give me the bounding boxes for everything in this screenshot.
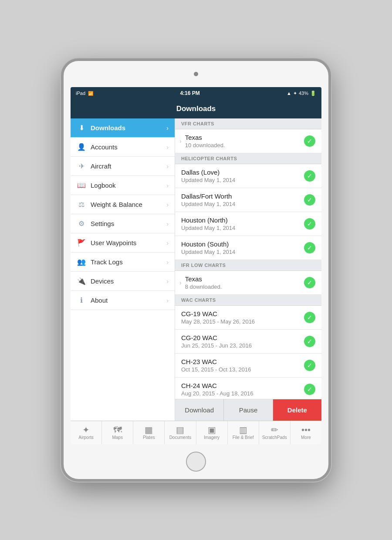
tab-item-more[interactable]: ••• More [291, 421, 321, 444]
list-item-subtitle: 8 downloaded. [185, 284, 304, 290]
check-icon: ✓ [304, 360, 315, 371]
action-bar: Download Pause Delete [175, 399, 321, 421]
list-item-content: Texas 10 downloaded. [185, 134, 304, 148]
list-item-content: CH-23 WAC Oct 15, 2015 - Oct 13, 2016 [181, 358, 304, 373]
tab-icon-plates: ▦ [145, 425, 153, 434]
sidebar-label-weight-balance: Weight & Balance [91, 201, 166, 208]
list-item[interactable]: › Texas 10 downloaded. ✓ [175, 129, 321, 153]
list-item-content: CG-20 WAC Jun 25, 2015 - Jun 23, 2016 [181, 334, 304, 349]
list-item[interactable]: CH-23 WAC Oct 15, 2015 - Oct 13, 2016 ✓ [175, 354, 321, 378]
chevron-icon: › [166, 201, 169, 208]
tab-icon-maps: 🗺 [113, 425, 122, 434]
sidebar-item-downloads[interactable]: ⬇ Downloads › [71, 118, 175, 138]
delete-button[interactable]: Delete [273, 399, 321, 421]
list-item-subtitle: 10 downloaded. [185, 142, 304, 148]
list-item[interactable]: Dallas/Fort Worth Updated May 1, 2014 ✓ [175, 188, 321, 212]
expand-chevron-icon: › [179, 279, 182, 286]
bluetooth-icon: ✦ [293, 91, 297, 96]
list-item-title: Texas [185, 275, 304, 283]
status-time: 4:16 PM [180, 90, 199, 96]
list-item[interactable]: Houston (South) Updated May 1, 2014 ✓ [175, 236, 321, 260]
tab-label-maps: Maps [112, 435, 122, 440]
sidebar-label-logbook: Logbook [91, 182, 166, 189]
check-icon: ✓ [304, 312, 315, 323]
section-header: IFR LOW CHARTS [175, 260, 321, 271]
sidebar-icon-downloads: ⬇ [77, 124, 86, 132]
list-item-title: Dallas (Love) [181, 169, 304, 176]
tab-icon-more: ••• [301, 425, 311, 434]
nav-bar: Downloads [71, 99, 321, 118]
tab-item-imagery[interactable]: ▣ Imagery [196, 421, 228, 444]
list-item-title: Houston (South) [181, 240, 304, 248]
tab-label-documents: Documents [169, 435, 192, 440]
sidebar-icon-weight-balance: ⚖ [77, 200, 86, 209]
list-item-title: CG-19 WAC [181, 310, 304, 317]
tab-icon-file-brief: ▥ [239, 425, 247, 434]
tab-item-maps[interactable]: 🗺 Maps [102, 421, 133, 444]
list-item-content: Houston (South) Updated May 1, 2014 [181, 240, 304, 255]
tab-icon-documents: ▤ [176, 425, 184, 434]
list-item[interactable]: Houston (North) Updated May 1, 2014 ✓ [175, 212, 321, 236]
tab-item-documents[interactable]: ▤ Documents [165, 421, 196, 444]
device-top [64, 61, 328, 87]
sidebar-item-user-waypoints[interactable]: 🚩 User Waypoints › [71, 233, 175, 253]
sidebar-icon-track-logs: 👥 [77, 258, 86, 266]
download-button[interactable]: Download [175, 399, 224, 421]
pause-button[interactable]: Pause [224, 399, 273, 421]
sidebar-label-accounts: Accounts [91, 143, 166, 151]
sidebar-item-about[interactable]: ℹ About › [71, 291, 175, 310]
sidebar-label-user-waypoints: User Waypoints [91, 239, 166, 246]
tab-label-airports: Airports [78, 435, 93, 440]
sidebar-item-settings[interactable]: ⚙ Settings › [71, 214, 175, 233]
tab-label-more: More [301, 435, 311, 440]
list-item[interactable]: CG-19 WAC May 28, 2015 - May 26, 2016 ✓ [175, 306, 321, 330]
wifi-icon: 📶 [88, 91, 93, 96]
sidebar-item-devices[interactable]: 🔌 Devices › [71, 272, 175, 291]
chevron-icon: › [166, 163, 169, 170]
list-item-content: Dallas/Fort Worth Updated May 1, 2014 [181, 192, 304, 207]
check-icon: ✓ [304, 170, 315, 182]
check-icon: ✓ [304, 384, 315, 395]
list-item-subtitle: Updated May 1, 2014 [181, 225, 304, 231]
list-item-subtitle: Updated May 1, 2014 [181, 201, 304, 207]
list-item-content: Texas 8 downloaded. [185, 275, 304, 290]
downloads-list: VFR CHARTS › Texas 10 downloaded. ✓ HELI… [175, 118, 321, 399]
tab-item-file-brief[interactable]: ▥ File & Brief [228, 421, 259, 444]
section-header: HELICOPTER CHARTS [175, 153, 321, 164]
sidebar-label-about: About [91, 297, 166, 304]
right-panel: VFR CHARTS › Texas 10 downloaded. ✓ HELI… [175, 118, 321, 421]
battery-label: 43% [299, 91, 308, 96]
list-item[interactable]: Dallas (Love) Updated May 1, 2014 ✓ [175, 164, 321, 188]
chevron-icon: › [166, 297, 169, 304]
home-button[interactable] [186, 452, 206, 472]
list-item-subtitle: Updated May 1, 2014 [181, 249, 304, 255]
chevron-icon: › [166, 278, 169, 285]
sidebar-item-accounts[interactable]: 👤 Accounts › [71, 138, 175, 157]
sidebar-item-track-logs[interactable]: 👥 Track Logs › [71, 253, 175, 272]
sidebar-icon-accounts: 👤 [77, 143, 86, 151]
sidebar-icon-user-waypoints: 🚩 [77, 239, 86, 247]
tab-label-imagery: Imagery [204, 435, 220, 440]
screen: iPad 📶 4:16 PM ▲ ✦ 43% 🔋 Downloads ⬇ Dow… [71, 87, 321, 444]
list-item-title: CH-23 WAC [181, 358, 304, 365]
list-item-title: CG-20 WAC [181, 334, 304, 341]
sidebar-item-weight-balance[interactable]: ⚖ Weight & Balance › [71, 195, 175, 214]
list-item-content: Houston (North) Updated May 1, 2014 [181, 216, 304, 231]
list-item[interactable]: CG-20 WAC Jun 25, 2015 - Jun 23, 2016 ✓ [175, 330, 321, 354]
check-icon: ✓ [304, 218, 315, 230]
list-item[interactable]: › Texas 8 downloaded. ✓ [175, 271, 321, 295]
tab-item-scratchpads[interactable]: ✏ ScratchPads [259, 421, 291, 444]
tab-item-plates[interactable]: ▦ Plates [133, 421, 165, 444]
list-item-content: Dallas (Love) Updated May 1, 2014 [181, 169, 304, 183]
list-item[interactable]: CH-24 WAC Aug 20, 2015 - Aug 18, 2016 ✓ [175, 378, 321, 399]
expand-chevron-icon: › [179, 138, 182, 145]
location-icon: ▲ [287, 91, 291, 96]
sidebar-item-logbook[interactable]: 📖 Logbook › [71, 176, 175, 195]
list-item-subtitle: May 28, 2015 - May 26, 2016 [181, 318, 304, 325]
sidebar-item-aircraft[interactable]: ✈ Aircraft › [71, 157, 175, 176]
tab-item-airports[interactable]: ✦ Airports [71, 421, 102, 444]
sidebar-icon-settings: ⚙ [77, 219, 86, 228]
check-icon: ✓ [304, 336, 315, 347]
sidebar-icon-devices: 🔌 [77, 277, 86, 285]
tab-icon-airports: ✦ [82, 425, 90, 434]
